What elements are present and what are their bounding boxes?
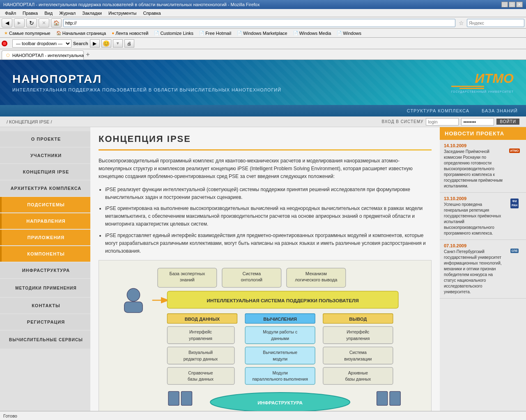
- svg-text:ИНТЕЛЛЕКТУАЛЬНАЯ СИСТЕМА ПОДДЕ: ИНТЕЛЛЕКТУАЛЬНАЯ СИСТЕМА ПОДДЕРЖКИ ПОЛЬЗ…: [207, 298, 359, 303]
- svg-text:Архивные: Архивные: [348, 371, 368, 375]
- login-input[interactable]: [426, 118, 459, 126]
- bookmark-popular[interactable]: ★ Самые популярные: [2, 30, 53, 37]
- search-input[interactable]: [467, 19, 524, 27]
- menu-journal[interactable]: Журнал: [56, 10, 79, 16]
- print-button[interactable]: 🖨: [124, 39, 134, 48]
- sidebar-item-applications[interactable]: ПРИЛОЖЕНИЯ: [0, 230, 90, 245]
- news-logo-1: ИТМО: [507, 143, 522, 158]
- reload-button[interactable]: ↻: [26, 18, 37, 27]
- svg-text:базы данных: базы данных: [188, 377, 214, 381]
- search-label: Search: [73, 41, 88, 46]
- new-tab-button[interactable]: +: [84, 50, 92, 59]
- status-bar: Готово: [0, 411, 526, 420]
- bookmark-news[interactable]: ● Лента новостей: [109, 30, 151, 37]
- bookmark-marketplace[interactable]: 📄 Windows Marketplace: [234, 30, 290, 37]
- stop-button[interactable]: ✕: [39, 18, 49, 27]
- title-underline: [99, 149, 432, 151]
- tab-favicon: ⬡: [6, 53, 10, 57]
- login-area: ВХОД В СИСТЕМУ ВОЙТИ: [382, 118, 520, 126]
- svg-rect-26: [323, 326, 393, 344]
- search-go-button[interactable]: ▶: [90, 39, 100, 48]
- svg-text:управления: управления: [189, 336, 212, 341]
- page-content: НАНОПОРТАЛ ИНТЕЛЛЕКТУАЛЬНАЯ ПОДДЕРЖКА ПО…: [0, 60, 526, 411]
- svg-text:Справочные: Справочные: [188, 371, 213, 375]
- sidebar-item-subsystems[interactable]: ПОДСИСТЕМЫ: [0, 197, 90, 212]
- intro-text: Высокопроизводительный программный компл…: [99, 157, 432, 181]
- nav-structure[interactable]: СТРУКТУРА КОМПЛЕКСА: [407, 108, 469, 113]
- header-title-area: НАНОПОРТАЛ ИНТЕЛЛЕКТУАЛЬНАЯ ПОДДЕРЖКА ПО…: [12, 73, 281, 92]
- sidebar-item-contacts[interactable]: КОНТАКТЫ: [0, 298, 90, 313]
- bookmark-home[interactable]: 🏠 Начальная страница: [54, 30, 108, 37]
- sidebar-item-architecture[interactable]: АРХИТЕКТУРА КОМПЛЕКСА: [0, 180, 90, 196]
- menu-bar: Файл Правка Вид Журнал Закладки Инструме…: [0, 9, 526, 17]
- news-logo-badge-2: ФИРАН: [510, 199, 519, 208]
- svg-text:Интерфейс: Интерфейс: [189, 330, 212, 334]
- sidebar-item-directions[interactable]: НАПРАВЛЕНИЯ: [0, 213, 90, 229]
- menu-file[interactable]: Файл: [2, 10, 19, 16]
- diagram-container: База экспертных знаний Система онтологий…: [99, 260, 432, 411]
- menu-edit[interactable]: Правка: [19, 10, 41, 16]
- title-bar: НАНОПОРТАЛ - интеллектуальная поддержка …: [0, 0, 526, 9]
- news-panel-title: НОВОСТИ ПРОЕКТА: [440, 127, 526, 140]
- svg-text:модули: модули: [273, 357, 287, 361]
- close-button[interactable]: ✕: [516, 2, 523, 7]
- toolbar-extra-button[interactable]: ▼: [113, 39, 123, 48]
- svg-text:Система: Система: [242, 271, 261, 276]
- bookmark-icon: 🏠: [56, 31, 61, 35]
- bookmark-media[interactable]: 📄 Windows Media: [291, 30, 334, 37]
- login-label: ВХОД В СИСТЕМУ: [382, 119, 424, 124]
- svg-text:визуализации: визуализации: [344, 357, 372, 361]
- bullet-item-2: iPSE ориентирована на выполнение высокоп…: [105, 205, 432, 228]
- back-button[interactable]: ◀: [2, 18, 12, 27]
- sidebar-item-participants[interactable]: УЧАСТНИКИ: [0, 148, 90, 163]
- svg-text:онтологий: онтологий: [241, 277, 262, 282]
- sidebar-item-concept[interactable]: КОНЦЕПЦИЯ IPSE: [0, 164, 90, 180]
- menu-bookmarks[interactable]: Закладки: [79, 10, 105, 16]
- news-item-2: 13.10.2009 Успешно проведена генеральная…: [440, 193, 526, 240]
- bullet-item-1: iPSE реализует функции интеллектуальной …: [105, 186, 432, 201]
- page-title: КОНЦЕПЦИЯ IPSE: [99, 134, 432, 144]
- address-input[interactable]: [63, 19, 455, 27]
- news-panel: НОВОСТИ ПРОЕКТА 14.10.2009 Заседание При…: [440, 127, 526, 411]
- news-logo-3: СПб: [507, 243, 522, 258]
- minimize-button[interactable]: _: [501, 2, 508, 7]
- bookmark-icon: 📄: [293, 31, 298, 35]
- svg-rect-44: [323, 368, 393, 385]
- sidebar-item-methods[interactable]: МЕТОДИКИ ПРИМЕНЕНИЯ: [0, 279, 90, 297]
- news-item-3: 07.10.2009 Санкт-Петербургский государст…: [440, 240, 526, 299]
- svg-text:Модули: Модули: [272, 371, 288, 375]
- sidebar-item-compute-services[interactable]: ВЫЧИСЛИТЕЛЬНЫЕ СЕРВИСЫ: [0, 331, 90, 349]
- news-logo-badge-1: ИТМО: [509, 148, 520, 153]
- svg-text:Механизм: Механизм: [305, 271, 327, 276]
- password-input[interactable]: [461, 118, 494, 126]
- itmo-subtitle: ГОСУДАРСТВЕННЫЙ УНИВЕРСИТЕТ: [451, 90, 514, 93]
- news-logo-2: ФИРАН: [507, 196, 522, 211]
- svg-text:Модули работы с: Модули работы с: [263, 330, 297, 334]
- menu-help[interactable]: Справка: [140, 10, 164, 16]
- forward-button[interactable]: ▶: [14, 18, 25, 27]
- sidebar-item-registration[interactable]: РЕГИСТРАЦИЯ: [0, 314, 90, 330]
- bookmark-hotmail[interactable]: 📄 Free Hotmail: [197, 30, 234, 37]
- bookmark-windows[interactable]: 📄 Windows: [334, 30, 364, 37]
- toolbar-dropdown[interactable]: — toolbar dropdown —: [12, 39, 71, 48]
- maximize-button[interactable]: □: [509, 2, 515, 7]
- menu-tools[interactable]: Инструменты: [105, 10, 140, 16]
- login-button[interactable]: ВОЙТИ: [496, 119, 519, 125]
- bullet-list: iPSE реализует функции интеллектуальной …: [105, 186, 432, 256]
- sidebar-item-components[interactable]: КОМПОНЕНТЫ: [0, 246, 90, 262]
- tab-bar: ⬡ НАНОПОРТАЛ - интеллектуальная ... ✕ +: [0, 49, 526, 60]
- sidebar-item-about[interactable]: О ПРОЕКТЕ: [0, 131, 90, 147]
- svg-text:базы данных: базы данных: [345, 377, 371, 381]
- secondary-nav: СТРУКТУРА КОМПЛЕКСА БАЗА ЗНАНИЙ: [0, 105, 526, 116]
- nav-bar: ◀ ▶ ↻ ✕ 🏠 ☆: [0, 17, 526, 29]
- sidebar-item-infrastructure[interactable]: ИНФРАСТРУКТУРА: [0, 262, 90, 278]
- svg-rect-50: [390, 392, 400, 406]
- smiley-button[interactable]: 😊: [101, 39, 111, 48]
- svg-rect-10: [124, 302, 142, 313]
- home-button[interactable]: 🏠: [51, 18, 62, 27]
- tab-main[interactable]: ⬡ НАНОПОРТАЛ - интеллектуальная ... ✕: [2, 50, 84, 59]
- bookmark-customize[interactable]: 📄 Customize Links: [152, 30, 196, 37]
- nav-knowledge[interactable]: БАЗА ЗНАНИЙ: [482, 108, 518, 113]
- menu-view[interactable]: Вид: [41, 10, 56, 16]
- bookmark-star-icon[interactable]: ☆: [457, 19, 465, 27]
